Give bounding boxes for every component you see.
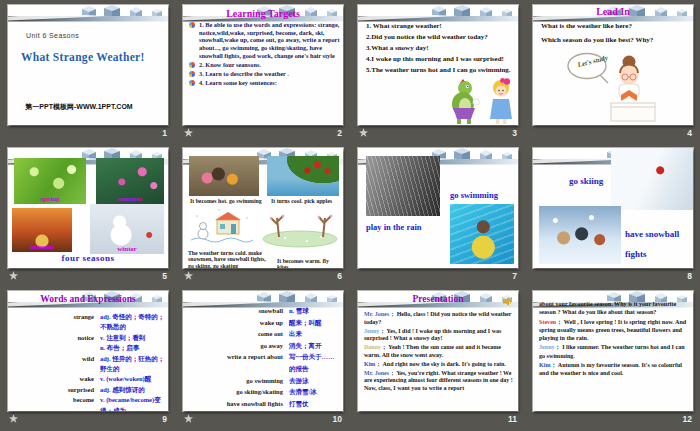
vocab-definition: v. 注意到；看到 [100, 333, 165, 343]
list-item-text: 4. Learn some key sentences: [199, 79, 277, 86]
dialogue-text: ： Yes, I did ! I woke up this morning an… [364, 328, 501, 342]
snowflake-bullet-icon [189, 22, 195, 28]
animation-star-icon[interactable] [184, 271, 193, 280]
slide-header-decoration [8, 5, 168, 22]
dialogue-line: Jenny： I like summer. The weather turns … [539, 343, 689, 360]
speaker-name: Kim [364, 361, 375, 367]
snowflake-bullet-icon [189, 71, 195, 77]
list-item-text: 1. Be able to use the words and expressi… [199, 21, 340, 59]
vocab-word: wild [14, 354, 100, 375]
slide-number: 10 [333, 414, 342, 424]
season-label: autumn [12, 243, 72, 251]
animation-star-icon[interactable] [9, 271, 18, 280]
vocab-word: write a report about [189, 351, 289, 374]
four-seasons-caption: four seasons [8, 253, 168, 263]
vocab-row: wildadj. 怪异的；狂热的；野生的 [14, 354, 165, 375]
vocab-definition: 消失；离开 [289, 340, 340, 352]
speaker-name: Mr. Jones [364, 370, 389, 376]
lesson-title: What Strange Weather! [21, 51, 145, 63]
vocab-definition: 去游泳 [289, 375, 340, 387]
reading-girl-cartoon: Let's study [567, 51, 661, 123]
list-item-text: 2. Know four seansons. [199, 61, 261, 68]
vocab-row: surprisedadj. 感到惊讶的 [14, 385, 165, 395]
spring-photo: spring [14, 158, 86, 204]
vocab-word [14, 343, 100, 353]
vocab-word: go swimming [189, 375, 289, 387]
slide-thumbnail-3[interactable]: 1. What strange weather! 2.Did you notic… [358, 5, 518, 140]
vocab-row: wakev. (woke/woken)醒 [14, 374, 165, 384]
animation-star-icon[interactable] [359, 128, 368, 137]
list-item: 1. Be able to use the words and expressi… [187, 21, 341, 60]
vocab-definition: 去滑雪/冰 [289, 386, 340, 398]
season-label: winter [90, 245, 164, 253]
dialogue-text: ： Autumn is my favourite season. It's so… [539, 362, 682, 376]
list-item: 3. Learn to describe the weather . [187, 70, 341, 78]
slide-thumbnail-6[interactable]: It becomes hot. go swimming It turns coo… [183, 148, 343, 283]
vocab-definition: adj. 感到惊讶的 [100, 385, 165, 395]
learning-targets-list: 1. Be able to use the words and expressi… [187, 21, 341, 89]
dialogue-text: ： And right now the sky is dark. It's go… [375, 361, 506, 367]
slide-number: 4 [687, 128, 692, 138]
caption-cold-snow: The weather turns cold. make snowmen, ha… [188, 250, 270, 268]
key-sentences-list: 1. What strange weather! 2.Did you notic… [366, 21, 514, 76]
slide-thumbnail-8[interactable]: go skiing have snowball fights 8 [533, 148, 693, 283]
speaker-name: Jenny [364, 328, 379, 334]
vocab-definition: 打雪仗 [289, 398, 340, 410]
vocab-word: wake [14, 374, 100, 384]
slide-thumbnail-2[interactable]: Learning Targets 1. Be able to use the w… [183, 5, 343, 140]
dialogue-block: about your favourite season. Why is it y… [539, 300, 689, 379]
slide-number: 3 [512, 128, 517, 138]
vocab-row: becomev. (became/become)变得；成为 [14, 395, 165, 411]
go-skiing-label: go skiing [569, 176, 603, 186]
speaker-name: Kim [539, 362, 551, 368]
vocab-row: strangeadj. 奇怪的；奇特的；不熟悉的 [14, 312, 165, 333]
sentence: 1. What strange weather! [366, 21, 514, 32]
caption-cool-apples: It turns cool. pick apples [271, 198, 339, 204]
vocab-word: go skiing/skating [189, 386, 289, 398]
caption-warm-kites: It becomes warm. fly kites [277, 258, 339, 268]
list-item: 2. Know four seansons. [187, 61, 341, 69]
lead-in-question: What is the weather like here? [541, 22, 632, 30]
slide-thumbnail-1[interactable]: Unit 6 Seasons What Strange Weather! 第一P… [8, 5, 168, 140]
dialogue-text: ： Yeah ! Then the sun came out and it be… [364, 344, 501, 358]
unit-label: Unit 6 Seasons [26, 32, 79, 39]
speaker-name: Mr. Jones [364, 311, 389, 317]
vocab-word: go away [189, 340, 289, 352]
animation-star-icon[interactable] [184, 128, 193, 137]
vocabulary-table: snowballn. 雪球 wake up醒来；叫醒 come out出来 go… [189, 305, 340, 411]
slide-number: 12 [683, 414, 692, 424]
vocab-definition: n. 雪球 [289, 305, 340, 317]
apple-tree-photo [267, 156, 339, 196]
lead-in-question: Which season do you like best? Why? [541, 36, 653, 44]
winter-drawing [189, 208, 255, 248]
season-label: summer [96, 195, 164, 203]
slide-thumbnail-5[interactable]: spring summer autumn winter four seasons… [8, 148, 168, 283]
slide-thumbnail-11[interactable]: Presentation Mr. Jones： Hello, class ! D… [358, 291, 518, 426]
slide-number: 9 [162, 414, 167, 424]
slide-thumbnail-9[interactable]: Words and Expressions strangeadj. 奇怪的；奇特… [8, 291, 168, 426]
vocab-row: come out出来 [189, 328, 340, 340]
dialogue-line: Mr. Jones： Yes, you're right. What stran… [364, 370, 514, 393]
slide-thumbnail-10[interactable]: snowballn. 雪球 wake up醒来；叫醒 come out出来 go… [183, 291, 343, 426]
boy-swimming-photo [450, 204, 514, 264]
animation-star-icon[interactable] [184, 414, 193, 423]
slide-title: Words and Expressions [8, 294, 168, 304]
slide-thumbnail-7[interactable]: play in the rain go swimming 7 [358, 148, 518, 283]
caption-hot-swimming: It becomes hot. go swimming [190, 198, 266, 204]
list-item: 4. Learn some key sentences: [187, 79, 341, 87]
slide-thumbnail-4[interactable]: Lead In What is the weather like here? W… [533, 5, 693, 140]
speaker-icon[interactable] [503, 297, 512, 306]
vocab-row: go swimming去游泳 [189, 375, 340, 387]
vocab-word: surprised [14, 385, 100, 395]
spring-trees-drawing [261, 210, 339, 248]
watermark-text: 第一PPT模板网-WWW.1PPT.COM [8, 102, 150, 112]
animation-star-icon[interactable] [9, 414, 18, 423]
skier-photo [611, 148, 693, 210]
vocab-definition: v. (became/become)变得；成为 [100, 395, 165, 411]
slide-number: 7 [512, 271, 517, 281]
girl-in-rain-photo [366, 156, 440, 216]
dialogue-line: Steven： Well , I love spring ! It is spr… [539, 318, 689, 343]
slide-thumbnail-12[interactable]: about your favourite season. Why is it y… [533, 291, 693, 426]
vocab-word: notice [14, 333, 100, 343]
vocab-word: wake up [189, 317, 289, 329]
